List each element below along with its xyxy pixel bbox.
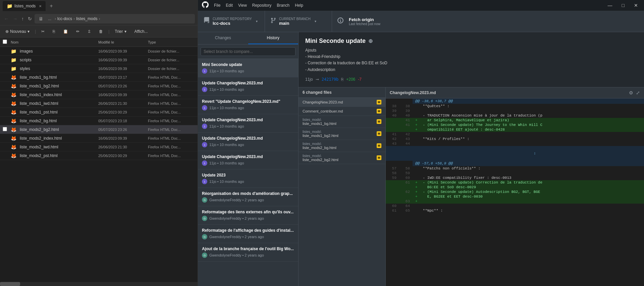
commit-title: Revert "Update ChangelogNew.2023.md" — [202, 99, 294, 104]
cut-button[interactable]: ✂ — [39, 28, 47, 35]
nouveau-button[interactable]: ⊕ Nouveau ▾ — [3, 28, 32, 35]
header-type[interactable]: Type — [148, 40, 195, 44]
file-type: Firefox HTML Doc... — [148, 128, 195, 132]
tab-history[interactable]: History — [248, 32, 299, 44]
commit-meta: GGwendolyneFreddy • 2 years ago — [202, 234, 294, 239]
gh-toolbar: Current repository lcc-docs ▾ Current br… — [198, 11, 644, 32]
commit-item[interactable]: Update ChangelogNew.2023.md111jo • 10 mo… — [198, 114, 298, 133]
file-row[interactable]: 🦊liste_mods1_pst.html25/06/2023 00:29Fir… — [0, 108, 198, 117]
file-row[interactable]: 📁images16/06/2023 09:39Dossier de fichie… — [0, 47, 198, 56]
path-sep-3: › — [99, 16, 100, 21]
minimize-button[interactable]: — — [606, 2, 614, 9]
refresh-button[interactable]: ↻ — [26, 15, 33, 23]
html-file-icon: 🦊 — [11, 127, 16, 132]
path-bar[interactable]: 🖥 ... › lcc-docs › listes_mods › — [35, 14, 195, 23]
close-button[interactable]: ✕ — [632, 2, 640, 9]
copy-hash-button[interactable]: ⎘ — [341, 77, 343, 82]
menu-edit[interactable]: Edit — [226, 2, 233, 9]
file-row[interactable]: 🦊liste_mods1_bg2.html05/07/2023 23:26Fir… — [0, 82, 198, 90]
current-branch-section[interactable]: Current branch main ▾ — [265, 11, 332, 32]
commit-item[interactable]: Réorganisation des mods d'amélioration g… — [198, 188, 298, 206]
file-row[interactable]: 🦊liste_mods2_iwd.html26/06/2023 21:30Fir… — [0, 143, 198, 151]
commit-item[interactable]: Mini Seconde update111jo • 10 months ago — [198, 59, 298, 77]
menu-branch[interactable]: Branch — [277, 2, 289, 9]
menu-file[interactable]: File — [214, 2, 220, 9]
diff-settings-button[interactable]: ⚙ — [629, 90, 633, 95]
horizontal-scrollbar[interactable] — [0, 282, 198, 286]
file-changes-header: 6 changed files — [299, 87, 385, 98]
file-row[interactable]: 🦊liste_mods2_pst.html25/06/2023 00:29Fir… — [0, 151, 198, 160]
active-tab[interactable]: 📁 listes_mods ✕ — [3, 1, 46, 11]
scrollbar-thumb[interactable] — [0, 282, 20, 286]
commit-item[interactable]: Update ChangelogNew.2023.md111jo • 10 mo… — [198, 77, 298, 96]
hunk-expand[interactable]: ↕ — [386, 146, 644, 161]
copy-button[interactable]: ⎘ — [50, 28, 58, 35]
header-date[interactable]: Modifié le — [98, 40, 145, 44]
commit-item[interactable]: Reformatage de l'affichage des guides d'… — [198, 225, 298, 243]
header-name[interactable]: Nom — [11, 40, 96, 44]
file-row[interactable]: 🦊liste_mods1_bg.html05/07/2023 23:17Fire… — [0, 73, 198, 82]
html-file-icon: 🦊 — [11, 110, 16, 115]
menu-help[interactable]: Help — [295, 2, 303, 9]
tab-label: listes_mods — [14, 4, 36, 8]
file-checkbox[interactable] — [3, 127, 8, 132]
commit-item[interactable]: Update ChangelogNew.2023.md111jo • 10 mo… — [198, 133, 298, 151]
forward-button[interactable]: → — [11, 15, 19, 23]
html-file-icon: 🦊 — [11, 101, 16, 106]
share-button[interactable]: ⇫ — [85, 28, 94, 35]
maximize-button[interactable]: □ — [620, 2, 627, 9]
file-list: 📁images16/06/2023 09:39Dossier de fichie… — [0, 47, 198, 282]
file-row[interactable]: 🦊liste_mods2_index.html16/06/2023 09:39F… — [0, 134, 198, 143]
file-row[interactable]: 🦊liste_mods1_index.html16/06/2023 09:39F… — [0, 90, 198, 99]
view-button[interactable]: Affich... — [132, 28, 151, 35]
file-row[interactable]: 🦊liste_mods1_iwd.html26/06/2023 21:30Fir… — [0, 99, 198, 108]
changed-file-item[interactable]: listes_mods\liste_mods2_bg.htmlM — [299, 140, 385, 152]
paste-button[interactable]: 📋 — [60, 28, 71, 35]
delete-button[interactable]: 🗑 — [96, 28, 106, 35]
up-button[interactable]: ↑ — [20, 15, 25, 23]
commit-title-main: Mini Seconde update ⊕ — [305, 38, 637, 45]
file-date: 05/07/2023 23:18 — [98, 119, 145, 123]
commit-header: Mini Seconde update ⊕ Ajouts- Hexxat-Fri… — [299, 32, 644, 87]
nouveau-label: Nouveau — [10, 29, 26, 34]
commit-adjust-icon[interactable]: ⊕ — [368, 38, 373, 44]
diff-content[interactable]: ChangelogNew.2023.md ⚙ ⤢ @@ -38 — [386, 87, 644, 286]
repo-icon — [203, 17, 210, 25]
select-all-checkbox[interactable] — [3, 40, 7, 44]
current-repo-section[interactable]: Current repository lcc-docs ▾ — [198, 11, 265, 32]
sort-button[interactable]: Trier ▾ — [112, 28, 129, 35]
ellipsis-button[interactable]: ... — [46, 16, 53, 22]
commit-item[interactable]: Revert "Update ChangelogNew.2023.md"111j… — [198, 96, 298, 114]
file-row[interactable]: 📁scripts16/06/2023 09:39Dossier de fichi… — [0, 56, 198, 64]
changed-file-item[interactable]: listes_mods\liste_mods2_bg2.htmlM — [299, 152, 385, 164]
commit-item[interactable]: Ajout de la branche française de l'outil… — [198, 243, 298, 262]
file-row[interactable]: 🦊liste_mods2_bg.html05/07/2023 23:18Fire… — [0, 117, 198, 125]
commit-item[interactable]: Update 2023111jo • 10 months ago — [198, 169, 298, 188]
tab-close-button[interactable]: ✕ — [39, 4, 42, 8]
file-row[interactable]: 🦊liste_mods2_bg2.html05/07/2023 23:26Fir… — [0, 125, 198, 134]
commit-item[interactable]: Reformatage des liens externes afin qu'i… — [198, 206, 298, 225]
tab-changes[interactable]: Changes — [198, 32, 248, 44]
changed-file-item[interactable]: listes_mods\liste_mods1_bg2.htmlM — [299, 128, 385, 140]
fetch-origin-section[interactable]: Fetch origin Last fetched just now — [332, 11, 406, 32]
back-button[interactable]: ← — [3, 15, 10, 23]
changed-file-item[interactable]: ChangelogNew.2023.mdM — [299, 98, 385, 107]
gh-titlebar: File Edit View Repository Branch Help — … — [198, 0, 644, 11]
menu-repository[interactable]: Repository — [252, 2, 271, 9]
path-segment-listesmods[interactable]: listes_mods — [76, 16, 97, 21]
file-row[interactable]: 📁styles16/06/2023 09:39Dossier de fichie… — [0, 64, 198, 73]
html-file-icon: 🦊 — [11, 153, 16, 158]
changed-file-item[interactable]: Comment_contribuer.mdM — [299, 107, 385, 116]
diff-expand-button[interactable]: ⤢ — [636, 90, 640, 95]
commit-item[interactable]: Update ChangelogNew.2023.md111jo • 10 mo… — [198, 151, 298, 169]
menu-view[interactable]: View — [238, 2, 247, 9]
branch-dropdown-arrow: ▾ — [315, 19, 316, 23]
file-name: liste_mods1_pst.html — [20, 110, 96, 115]
new-tab-button[interactable]: + — [47, 2, 55, 10]
branch-compare-input[interactable] — [201, 47, 296, 56]
path-segment-lccdocs[interactable]: lcc-docs — [57, 16, 72, 21]
changed-file-item[interactable]: listes_mods\liste_mods1_bg.htmlM — [299, 116, 385, 128]
commit-body-text: Ajouts- Hexxat-Friendship- Correction de… — [305, 47, 637, 73]
rename-button[interactable]: ✏ — [73, 28, 82, 35]
current-branch-label: Current branch — [279, 17, 311, 21]
